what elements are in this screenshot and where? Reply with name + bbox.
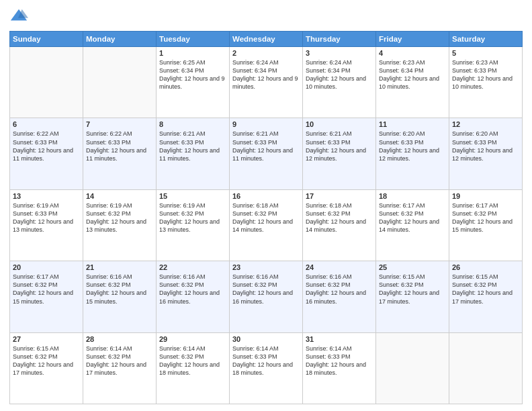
day-info: Sunrise: 6:17 AM Sunset: 6:32 PM Dayligh… [452, 201, 519, 234]
day-info: Sunrise: 6:25 AM Sunset: 6:34 PM Dayligh… [159, 58, 226, 91]
calendar-body: 1Sunrise: 6:25 AM Sunset: 6:34 PM Daylig… [10, 47, 523, 404]
week-row-0: 1Sunrise: 6:25 AM Sunset: 6:34 PM Daylig… [10, 47, 523, 118]
weekday-header-thursday: Thursday [303, 32, 376, 47]
day-info: Sunrise: 6:19 AM Sunset: 6:33 PM Dayligh… [13, 201, 80, 234]
calendar-cell [83, 47, 157, 118]
day-info: Sunrise: 6:14 AM Sunset: 6:33 PM Dayligh… [232, 345, 300, 377]
calendar-cell: 15Sunrise: 6:19 AM Sunset: 6:32 PM Dayli… [157, 189, 230, 261]
day-info: Sunrise: 6:16 AM Sunset: 6:32 PM Dayligh… [232, 273, 300, 306]
day-number: 25 [379, 263, 446, 271]
calendar-cell: 9Sunrise: 6:21 AM Sunset: 6:33 PM Daylig… [230, 118, 303, 189]
day-number: 31 [306, 335, 373, 343]
day-info: Sunrise: 6:17 AM Sunset: 6:32 PM Dayligh… [13, 273, 80, 306]
calendar-cell: 7Sunrise: 6:22 AM Sunset: 6:33 PM Daylig… [83, 118, 157, 189]
calendar-cell: 30Sunrise: 6:14 AM Sunset: 6:33 PM Dayli… [230, 332, 303, 404]
weekday-header-sunday: Sunday [10, 32, 83, 47]
day-info: Sunrise: 6:14 AM Sunset: 6:32 PM Dayligh… [159, 345, 226, 377]
calendar-cell: 31Sunrise: 6:14 AM Sunset: 6:33 PM Dayli… [303, 332, 376, 404]
day-info: Sunrise: 6:15 AM Sunset: 6:32 PM Dayligh… [452, 273, 519, 306]
day-number: 29 [159, 335, 226, 343]
weekday-row: SundayMondayTuesdayWednesdayThursdayFrid… [10, 32, 523, 47]
day-number: 9 [232, 120, 300, 128]
weekday-header-saturday: Saturday [449, 32, 523, 47]
day-number: 30 [232, 335, 300, 343]
calendar-cell: 21Sunrise: 6:16 AM Sunset: 6:32 PM Dayli… [83, 261, 157, 332]
week-row-2: 13Sunrise: 6:19 AM Sunset: 6:33 PM Dayli… [10, 189, 523, 261]
day-info: Sunrise: 6:22 AM Sunset: 6:33 PM Dayligh… [86, 130, 153, 163]
day-number: 7 [86, 120, 153, 128]
day-number: 27 [13, 335, 80, 343]
day-number: 23 [232, 263, 300, 271]
calendar-cell: 13Sunrise: 6:19 AM Sunset: 6:33 PM Dayli… [10, 189, 83, 261]
calendar-cell: 10Sunrise: 6:21 AM Sunset: 6:33 PM Dayli… [303, 118, 376, 189]
day-info: Sunrise: 6:16 AM Sunset: 6:32 PM Dayligh… [159, 273, 226, 306]
day-number: 8 [159, 120, 226, 128]
calendar-cell: 27Sunrise: 6:15 AM Sunset: 6:32 PM Dayli… [10, 332, 83, 404]
day-number: 4 [379, 49, 446, 57]
day-info: Sunrise: 6:20 AM Sunset: 6:33 PM Dayligh… [379, 130, 446, 163]
calendar-cell: 22Sunrise: 6:16 AM Sunset: 6:32 PM Dayli… [157, 261, 230, 332]
day-info: Sunrise: 6:21 AM Sunset: 6:33 PM Dayligh… [159, 130, 226, 163]
day-info: Sunrise: 6:18 AM Sunset: 6:32 PM Dayligh… [232, 201, 300, 234]
day-number: 16 [232, 192, 300, 200]
day-info: Sunrise: 6:23 AM Sunset: 6:34 PM Dayligh… [379, 58, 446, 91]
day-number: 22 [159, 263, 226, 271]
calendar-cell: 25Sunrise: 6:15 AM Sunset: 6:32 PM Dayli… [376, 261, 449, 332]
day-info: Sunrise: 6:19 AM Sunset: 6:32 PM Dayligh… [159, 201, 226, 234]
calendar-cell: 26Sunrise: 6:15 AM Sunset: 6:32 PM Dayli… [449, 261, 523, 332]
calendar-cell: 28Sunrise: 6:14 AM Sunset: 6:32 PM Dayli… [83, 332, 157, 404]
weekday-header-tuesday: Tuesday [157, 32, 230, 47]
calendar-cell: 14Sunrise: 6:19 AM Sunset: 6:32 PM Dayli… [83, 189, 157, 261]
day-number: 21 [86, 263, 153, 271]
calendar-cell [376, 332, 449, 404]
day-number: 14 [86, 192, 153, 200]
calendar-cell [10, 47, 83, 118]
calendar-cell: 19Sunrise: 6:17 AM Sunset: 6:32 PM Dayli… [449, 189, 523, 261]
day-number: 24 [306, 263, 373, 271]
day-number: 28 [86, 335, 153, 343]
day-info: Sunrise: 6:14 AM Sunset: 6:33 PM Dayligh… [306, 345, 373, 377]
day-info: Sunrise: 6:16 AM Sunset: 6:32 PM Dayligh… [86, 273, 153, 306]
day-info: Sunrise: 6:15 AM Sunset: 6:32 PM Dayligh… [379, 273, 446, 306]
calendar-cell: 8Sunrise: 6:21 AM Sunset: 6:33 PM Daylig… [157, 118, 230, 189]
calendar-cell: 5Sunrise: 6:23 AM Sunset: 6:33 PM Daylig… [449, 47, 523, 118]
day-number: 6 [13, 120, 80, 128]
day-number: 3 [306, 49, 373, 57]
day-info: Sunrise: 6:24 AM Sunset: 6:34 PM Dayligh… [306, 58, 373, 91]
calendar-cell: 23Sunrise: 6:16 AM Sunset: 6:32 PM Dayli… [230, 261, 303, 332]
day-info: Sunrise: 6:18 AM Sunset: 6:32 PM Dayligh… [306, 201, 373, 234]
calendar-cell [449, 332, 523, 404]
day-number: 19 [452, 192, 519, 200]
day-number: 17 [306, 192, 373, 200]
calendar-cell: 2Sunrise: 6:24 AM Sunset: 6:34 PM Daylig… [230, 47, 303, 118]
calendar-cell: 4Sunrise: 6:23 AM Sunset: 6:34 PM Daylig… [376, 47, 449, 118]
weekday-header-monday: Monday [83, 32, 157, 47]
day-number: 12 [452, 120, 519, 128]
day-info: Sunrise: 6:22 AM Sunset: 6:33 PM Dayligh… [13, 130, 80, 163]
calendar-cell: 11Sunrise: 6:20 AM Sunset: 6:33 PM Dayli… [376, 118, 449, 189]
day-number: 18 [379, 192, 446, 200]
calendar-cell: 24Sunrise: 6:16 AM Sunset: 6:32 PM Dayli… [303, 261, 376, 332]
calendar-header: SundayMondayTuesdayWednesdayThursdayFrid… [10, 32, 523, 47]
day-number: 11 [379, 120, 446, 128]
weekday-header-friday: Friday [376, 32, 449, 47]
calendar-cell: 16Sunrise: 6:18 AM Sunset: 6:32 PM Dayli… [230, 189, 303, 261]
calendar-page: SundayMondayTuesdayWednesdayThursdayFrid… [0, 0, 532, 411]
calendar-cell: 1Sunrise: 6:25 AM Sunset: 6:34 PM Daylig… [157, 47, 230, 118]
day-number: 1 [159, 49, 226, 57]
day-info: Sunrise: 6:20 AM Sunset: 6:33 PM Dayligh… [452, 130, 519, 163]
week-row-3: 20Sunrise: 6:17 AM Sunset: 6:32 PM Dayli… [10, 261, 523, 332]
week-row-1: 6Sunrise: 6:22 AM Sunset: 6:33 PM Daylig… [10, 118, 523, 189]
weekday-header-wednesday: Wednesday [230, 32, 303, 47]
calendar-cell: 3Sunrise: 6:24 AM Sunset: 6:34 PM Daylig… [303, 47, 376, 118]
logo [9, 7, 31, 26]
day-number: 20 [13, 263, 80, 271]
day-info: Sunrise: 6:15 AM Sunset: 6:32 PM Dayligh… [13, 345, 80, 377]
day-number: 2 [232, 49, 300, 57]
day-number: 13 [13, 192, 80, 200]
day-info: Sunrise: 6:24 AM Sunset: 6:34 PM Dayligh… [232, 58, 300, 91]
day-info: Sunrise: 6:21 AM Sunset: 6:33 PM Dayligh… [232, 130, 300, 163]
day-number: 26 [452, 263, 519, 271]
calendar-cell: 18Sunrise: 6:17 AM Sunset: 6:32 PM Dayli… [376, 189, 449, 261]
day-info: Sunrise: 6:23 AM Sunset: 6:33 PM Dayligh… [452, 58, 519, 91]
